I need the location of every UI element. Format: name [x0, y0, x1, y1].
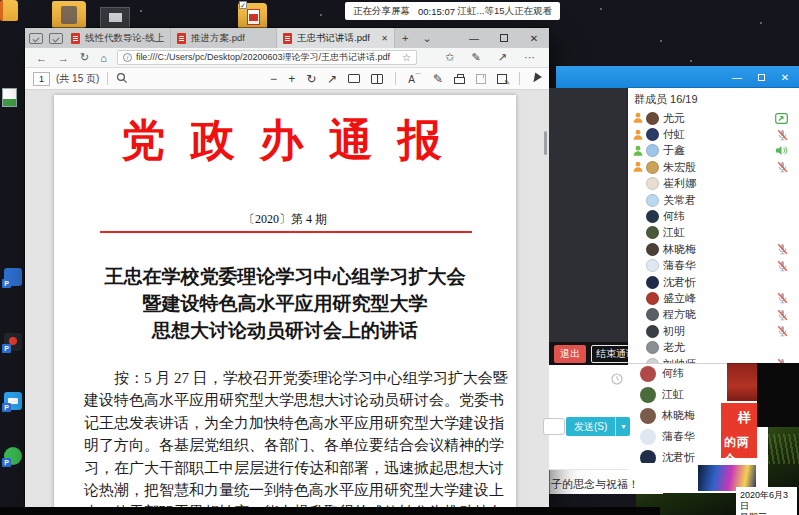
home-icon[interactable]: ⌂ — [100, 52, 107, 64]
member-row[interactable]: 付虹 — [628, 126, 799, 142]
tab-close-icon[interactable]: ✕ — [377, 34, 388, 43]
close-button[interactable]: ✕ — [519, 33, 549, 44]
send-button[interactable]: 发送(S) — [566, 417, 615, 436]
avatar — [640, 387, 656, 403]
forward-icon[interactable]: → — [58, 52, 69, 64]
member-row[interactable]: 初明 — [628, 323, 799, 339]
tab-menu-button[interactable]: ⌄ — [415, 32, 438, 45]
browser-tab[interactable]: 线性代数导论-线上考试要 — [65, 28, 171, 48]
pdf-file-icon — [177, 33, 186, 44]
desktop-shortcut-wecom-icon[interactable]: P — [4, 268, 22, 286]
member-row[interactable]: 刘帅师 — [628, 356, 799, 363]
mic-muted-icon[interactable] — [777, 358, 788, 363]
message-history-icon[interactable] — [611, 371, 623, 389]
call-close-button[interactable]: ✕ — [777, 72, 793, 83]
set-tabs-aside-icon[interactable] — [49, 33, 63, 44]
fit-to-page-icon[interactable]: ↗ — [327, 72, 337, 86]
speaker-on-icon[interactable] — [775, 145, 788, 156]
send-options-caret[interactable]: ▼ — [615, 417, 630, 436]
member-row[interactable]: 朱宏殷 — [628, 159, 799, 175]
avatar — [640, 366, 656, 382]
read-aloud-icon[interactable]: A⌒ — [408, 72, 422, 85]
desktop-doc-icon[interactable] — [2, 88, 17, 107]
zoom-out-icon[interactable]: − — [270, 72, 277, 86]
refresh-icon[interactable]: ↻ — [80, 51, 89, 64]
back-icon[interactable]: ← — [36, 52, 47, 64]
find-in-document-icon[interactable] — [116, 72, 128, 86]
message-input[interactable] — [543, 418, 565, 435]
maximize-button[interactable] — [489, 33, 519, 44]
page-number-input[interactable]: 1 — [33, 72, 50, 86]
mic-muted-icon[interactable] — [777, 129, 788, 141]
member-name: 沈君忻 — [662, 450, 695, 463]
desktop-app-window-icon[interactable] — [100, 7, 130, 28]
desktop-pdf-folder-icon[interactable]: ✓ — [238, 3, 267, 29]
web-notes-icon[interactable]: ✎ — [472, 51, 481, 64]
call-chat-input-panel[interactable]: 发送(S) ▼ — [549, 365, 628, 470]
zoom-in-icon[interactable]: + — [288, 72, 295, 86]
desktop-shortcut-meeting-icon[interactable]: P — [4, 392, 22, 410]
call-video-area — [549, 88, 628, 342]
call-minimize-button[interactable]: — — [729, 72, 745, 83]
exit-call-button[interactable]: 退出 — [554, 345, 586, 363]
pdf-view-area[interactable]: 党 政 办 通 报 〔2020〕第 4 期 王忠在学校党委理论学习中心组学习扩大… — [25, 91, 549, 507]
screen-share-banner[interactable]: 正在分享屏幕 00:15:07 江虹...等15人正在观看 — [345, 2, 560, 20]
save-icon[interactable] — [476, 74, 486, 84]
mic-muted-icon[interactable] — [777, 325, 788, 337]
mic-muted-icon[interactable] — [777, 260, 788, 272]
member-row[interactable]: 沈君忻 — [628, 274, 799, 290]
desktop-shortcut-wechat-icon[interactable]: P — [4, 447, 22, 465]
member-row[interactable]: 何纬 — [628, 208, 799, 224]
mic-muted-icon[interactable] — [777, 161, 788, 173]
share-icon[interactable]: ↗ — [498, 51, 507, 64]
member-name: 盛立峰 — [663, 291, 696, 306]
pdf-scrollbar[interactable] — [544, 131, 547, 155]
browser-tab[interactable]: 王忠书记讲话.pdf✕ — [277, 28, 395, 48]
hub-favorites-icon[interactable]: ✩ — [445, 51, 454, 64]
pin-icon[interactable] — [530, 73, 542, 85]
settings-more-icon[interactable]: ··· — [524, 51, 535, 64]
news-thumbnail-1[interactable] — [727, 363, 757, 401]
new-tab-button[interactable]: + — [395, 32, 415, 44]
page-info-icon[interactable]: i — [123, 53, 132, 62]
document-title-line: 暨建设特色高水平应用研究型大学 — [54, 290, 516, 317]
save-as-icon[interactable] — [497, 74, 507, 84]
news-thumbnail-2[interactable]: 样 的两会 — [721, 403, 757, 458]
browser-tab[interactable]: 推进方案.pdf — [171, 28, 277, 48]
document-body-line: 明了方向。各基层党组织、各部门、各单位要结合会议精神的学 — [84, 434, 486, 456]
select-tool-icon[interactable] — [348, 74, 360, 83]
call-control-bar: 退出 结束通话 — [549, 342, 628, 365]
desktop-folder-icon[interactable] — [0, 0, 18, 21]
member-row[interactable]: 崔利娜 — [628, 176, 799, 192]
screen-share-icon[interactable] — [775, 113, 788, 124]
two-page-view-icon[interactable] — [371, 74, 383, 84]
member-row[interactable]: 关常君 — [628, 192, 799, 208]
pdf-toolbar: 1 (共 15 页) −+↻↗A⌒✎ — [25, 68, 549, 90]
desktop-user-folder-icon[interactable] — [52, 1, 86, 28]
taskbar-edge[interactable] — [0, 507, 660, 515]
mic-muted-icon[interactable] — [777, 243, 788, 255]
member-row[interactable]: 蒲春华 — [628, 258, 799, 274]
tab-preview-icon[interactable] — [29, 33, 43, 44]
member-row[interactable]: 林晓梅 — [628, 241, 799, 257]
call-window-titlebar[interactable]: — ✕ — [556, 66, 799, 88]
minimize-button[interactable]: — — [459, 33, 489, 44]
member-row[interactable]: 于鑫 — [628, 143, 799, 159]
print-icon[interactable] — [454, 77, 465, 84]
member-row[interactable]: 程方晓 — [628, 307, 799, 323]
url-field[interactable]: i file:///C:/Users/pc/Desktop/20200603理论… — [117, 50, 417, 65]
mic-muted-icon[interactable] — [777, 309, 788, 321]
add-favorite-icon[interactable]: ☆ — [402, 52, 411, 63]
member-row[interactable]: 老尤 — [628, 339, 799, 355]
ink-icon[interactable]: ✎ — [433, 72, 443, 86]
member-row[interactable]: 盛立峰 — [628, 290, 799, 306]
desktop-shortcut-tencent-icon[interactable]: P — [4, 333, 22, 351]
rotate-icon[interactable]: ↻ — [306, 72, 316, 86]
avatar — [646, 210, 659, 223]
avatar — [646, 358, 659, 363]
mic-muted-icon[interactable] — [777, 292, 788, 304]
call-maximize-button[interactable] — [753, 72, 769, 83]
avatar — [646, 259, 659, 272]
member-row[interactable]: 尤元 — [628, 110, 799, 126]
member-row[interactable]: 江虹 — [628, 225, 799, 241]
